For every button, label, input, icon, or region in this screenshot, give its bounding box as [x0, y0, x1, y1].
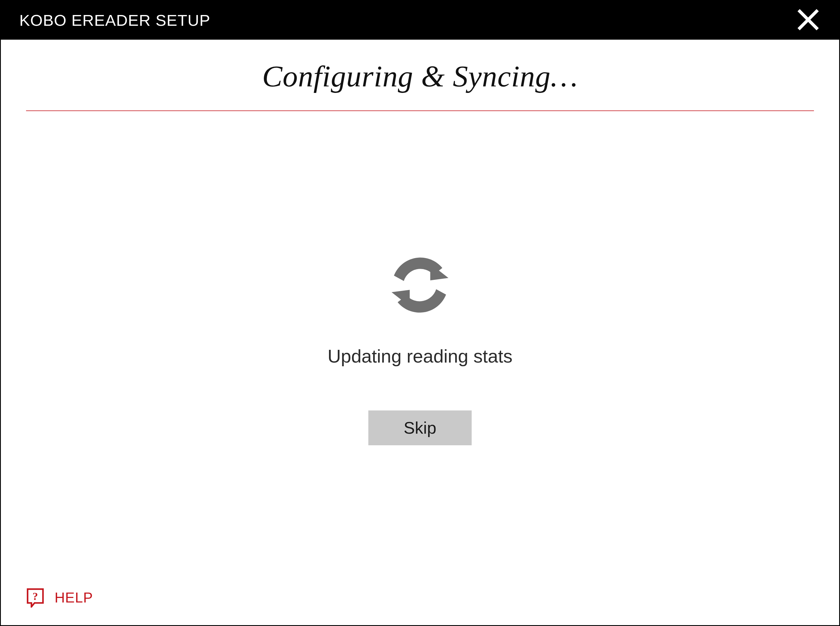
skip-button[interactable]: Skip: [368, 410, 472, 445]
close-button[interactable]: [796, 8, 821, 33]
content-area: Configuring & Syncing…: [1, 40, 839, 625]
close-icon: [796, 7, 821, 33]
sync-arrows-icon: [381, 246, 459, 325]
page-heading: Configuring & Syncing…: [262, 59, 578, 94]
sync-status-text: Updating reading stats: [328, 346, 512, 367]
window-title: KOBO EREADER SETUP: [19, 11, 210, 30]
app-window: KOBO EREADER SETUP Configuring & Syncing…: [0, 0, 840, 626]
titlebar: KOBO EREADER SETUP: [1, 1, 839, 40]
sync-block: Updating reading stats Skip: [328, 246, 512, 445]
help-label: HELP: [55, 589, 93, 606]
help-bubble-icon: ?: [26, 587, 44, 607]
help-link[interactable]: ? HELP: [26, 587, 93, 607]
svg-text:?: ?: [33, 590, 38, 602]
heading-divider: [26, 111, 814, 111]
